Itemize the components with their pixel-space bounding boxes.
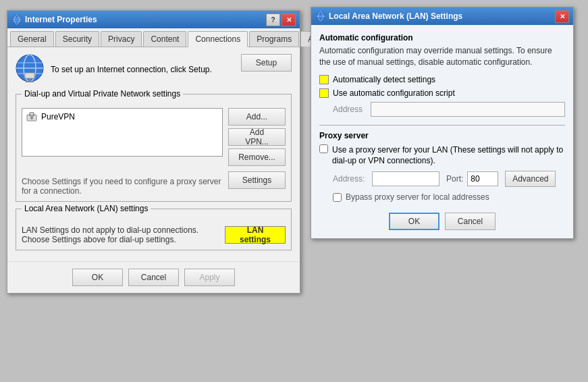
auto-script-label: Use automatic configuration script [333, 88, 455, 98]
svg-rect-10 [25, 73, 34, 78]
internet-props-title: Internet Properties [25, 15, 97, 24]
proxy-address-label: Address: [333, 174, 368, 184]
vpn-item-label: PureVPN [41, 112, 75, 121]
bypass-row: Bypass proxy server for local addresses [333, 192, 565, 202]
tab-bar: General Security Privacy Content Connect… [7, 28, 300, 47]
proxy-address-row: Address: Port: Advanced [333, 171, 565, 187]
proxy-server-title: Proxy server [319, 131, 565, 140]
lan-title: Local Area Network (LAN) Settings [329, 11, 462, 21]
cancel-button[interactable]: Cancel [128, 269, 179, 286]
lan-row: LAN Settings do not apply to dial-up con… [22, 225, 286, 244]
lan-icon [315, 11, 326, 22]
auto-config-title: Automatic configuration [319, 33, 565, 43]
vpn-item-purevpn[interactable]: PureVPN [24, 110, 221, 124]
lan-ok-button[interactable]: OK [389, 213, 439, 230]
auto-script-row: Use automatic configuration script [319, 88, 565, 98]
titlebar-controls: ? ✕ [266, 13, 296, 26]
lan-close-button[interactable]: ✕ [555, 10, 569, 23]
lan-bottom-buttons: OK Cancel [319, 213, 565, 230]
apply-button[interactable]: Apply [184, 269, 235, 286]
lan-titlebar-controls: ✕ [555, 10, 569, 23]
auto-detect-label: Automatically detect settings [333, 75, 435, 84]
help-button[interactable]: ? [266, 13, 280, 26]
bottom-buttons: OK Cancel Apply [7, 261, 300, 293]
proxy-use-checkbox[interactable] [319, 144, 328, 153]
add-vpn-button[interactable]: Add VPN... [228, 128, 286, 146]
auto-address-row: Address [333, 102, 565, 117]
internet-props-titlebar: Internet Properties ? ✕ [7, 11, 300, 28]
auto-detect-checkbox[interactable] [319, 75, 329, 84]
lan-section-label: Local Area Network (LAN) settings [22, 204, 151, 213]
lan-description: LAN Settings do not apply to dial-up con… [22, 225, 218, 244]
remove-button[interactable]: Remove... [228, 148, 286, 166]
internet-props-icon [11, 14, 22, 25]
setup-text: To set up an Internet connection, click … [51, 65, 212, 74]
address-label: Address [333, 105, 367, 114]
tab-content[interactable]: Content [143, 31, 186, 47]
vpn-list[interactable]: PureVPN [22, 108, 223, 157]
tab-privacy[interactable]: Privacy [101, 31, 142, 47]
tab-general[interactable]: General [10, 31, 54, 47]
tab-security[interactable]: Security [55, 31, 99, 47]
connection-icon [16, 54, 44, 84]
setup-description: To set up an Internet connection, click … [51, 65, 234, 74]
section-divider [319, 125, 565, 126]
tab-connections[interactable]: Connections [188, 31, 248, 47]
vpn-buttons: Add... Add VPN... Remove... [228, 108, 286, 166]
lan-titlebar-left: Local Area Network (LAN) Settings [315, 11, 462, 22]
lan-titlebar: Local Area Network (LAN) Settings ✕ [311, 7, 573, 25]
lan-section: Local Area Network (LAN) settings LAN Se… [16, 209, 292, 250]
titlebar-left: Internet Properties [11, 14, 97, 25]
lan-content: Automatic configuration Automatic config… [311, 25, 573, 238]
settings-button[interactable]: Settings [228, 171, 286, 189]
address-input[interactable] [371, 102, 565, 117]
auto-config-section: Automatic configuration Automatic config… [319, 33, 565, 117]
proxy-server-section: Proxy server Use a proxy server for your… [319, 131, 565, 202]
setup-area: To set up an Internet connection, click … [16, 54, 292, 84]
port-input[interactable] [467, 171, 498, 186]
dialup-section-label: Dial-up and Virtual Private Network sett… [22, 89, 183, 99]
proxy-use-row: Use a proxy server for your LAN (These s… [319, 144, 565, 167]
connections-content: To set up an Internet connection, click … [7, 47, 300, 257]
proxy-settings-row: Choose Settings if you need to configure… [22, 171, 286, 196]
vpn-icon [26, 111, 37, 122]
ok-button[interactable]: OK [72, 269, 123, 286]
lan-settings-button[interactable]: LAN settings [225, 226, 286, 244]
lan-settings-window: Local Area Network (LAN) Settings ✕ Auto… [311, 7, 574, 239]
auto-script-checkbox[interactable] [319, 88, 329, 98]
auto-detect-row: Automatically detect settings [319, 75, 565, 84]
internet-properties-window: Internet Properties ? ✕ General Security… [7, 10, 300, 294]
auto-config-desc: Automatic configuration may override man… [319, 45, 565, 68]
tab-programs[interactable]: Programs [249, 31, 299, 47]
dialup-content: PureVPN Add... Add VPN... Remove... [22, 108, 286, 166]
add-button[interactable]: Add... [228, 108, 286, 126]
advanced-button[interactable]: Advanced [505, 171, 556, 187]
vpn-list-container: PureVPN [22, 108, 223, 166]
lan-cancel-button[interactable]: Cancel [445, 213, 496, 230]
close-button[interactable]: ✕ [282, 13, 296, 26]
proxy-use-label: Use a proxy server for your LAN (These s… [332, 144, 565, 167]
bypass-checkbox[interactable] [333, 193, 342, 202]
setup-button[interactable]: Setup [241, 54, 292, 72]
proxy-text: Choose Settings if you need to configure… [22, 177, 223, 196]
svg-point-15 [30, 117, 33, 119]
port-label: Port: [446, 174, 463, 184]
bypass-label: Bypass proxy server for local addresses [346, 192, 489, 202]
proxy-address-input[interactable] [372, 171, 439, 186]
